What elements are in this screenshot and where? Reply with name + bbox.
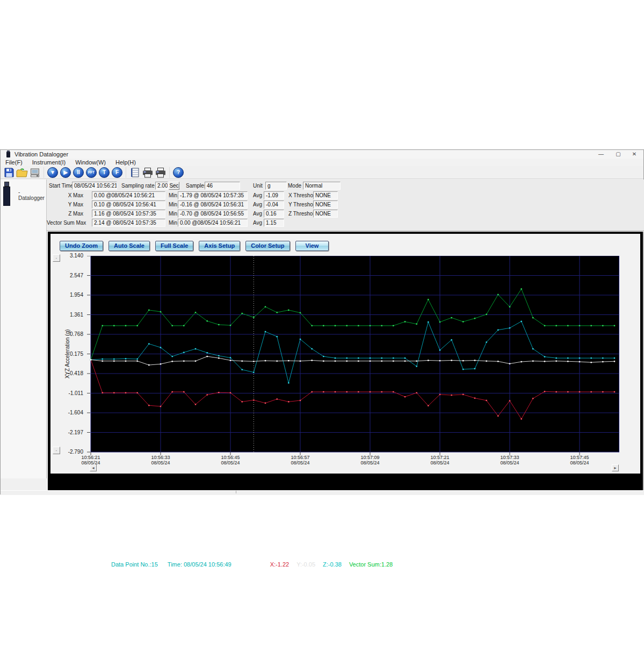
start-time-label: Start Time [49, 182, 74, 190]
mode-label: Mode [288, 182, 301, 190]
row-label: Z Max [47, 210, 83, 218]
info-panel: Start Time 08/05/24 10:56:21 Sampling ra… [47, 180, 644, 232]
print-icon[interactable] [141, 167, 154, 178]
min-value: 0.00 @08/05/24 10:56:21 [178, 219, 248, 227]
time-domain-icon[interactable]: T [99, 167, 110, 178]
max-value: 0.00 @08/05/24 10:56:21 [92, 191, 165, 199]
time-readout: Time: 08/05/24 10:56:49 [168, 561, 231, 568]
usb-device-icon[interactable] [3, 182, 10, 206]
y-tick-label: -1.604 [48, 410, 83, 415]
x-tick-label: 10:57:2108/05/24 [423, 455, 457, 465]
max-value: 2.14 @ 08/05/24 10:57:35 [92, 219, 165, 227]
x-tick-label: 10:56:2108/05/24 [74, 455, 108, 465]
y-tick-label: 1.954 [48, 292, 83, 298]
y-tick-label: -0.418 [48, 370, 83, 376]
device-tree-item[interactable]: -Datalogger [18, 189, 46, 201]
avg-label: Avg [253, 191, 262, 199]
y-tick-label: -2.197 [48, 429, 83, 435]
maximize-button[interactable]: ▢ [610, 150, 626, 158]
sampling-rate-label: Sampling rate [121, 182, 155, 190]
y-tick-label: 0.768 [48, 331, 83, 337]
data-list-icon[interactable] [128, 167, 141, 178]
sec-button[interactable]: Sec [169, 182, 179, 190]
print-report-icon[interactable] [154, 167, 167, 178]
min-label: Min [169, 219, 177, 227]
threshold-value: NONE [313, 210, 338, 218]
menu-instrument[interactable]: Instrument(I) [27, 159, 70, 166]
undo-zoom-button[interactable]: Undo Zoom [60, 241, 103, 251]
max-value: 1.16 @ 08/05/24 10:57:35 [92, 210, 165, 218]
y-tick-label: 0.175 [48, 351, 83, 357]
title-bar: Vibration Datalogger — ▢ ✕ [1, 150, 643, 159]
plot-area[interactable] [86, 256, 619, 456]
y-tick-label: 3.140 [48, 253, 83, 259]
avg-value: -1.09 [264, 191, 284, 199]
avg-value: 1.15 [264, 219, 284, 227]
samples-value: 46 [205, 182, 240, 190]
x-tick-label: 10:57:4508/05/24 [562, 455, 597, 465]
min-label: Min [169, 191, 177, 199]
unit-label: Unit [253, 182, 263, 190]
max-value: 0.10 @ 08/05/24 10:56:41 [92, 200, 165, 209]
close-button[interactable]: ✕ [626, 150, 642, 158]
row-label: Y Max [47, 200, 83, 209]
y-tick-label: 2.547 [48, 273, 83, 278]
samples-label: Samples [186, 182, 207, 190]
auto-scale-button[interactable]: Auto Scale [108, 241, 150, 251]
min-label: Min [169, 200, 177, 209]
avg-label: Avg [253, 210, 262, 218]
vector-sum-readout: Vector Sum:1.28 [349, 561, 393, 568]
x-tick-label: 10:56:5708/05/24 [283, 455, 317, 465]
data-point-readout: Data Point No.:15 [111, 561, 158, 568]
toolbar: ▼▶IIFFTTF? [1, 166, 643, 179]
start-time-value: 08/05/24 10:56:21 [72, 182, 117, 190]
y-tick-label: -2.790 [48, 449, 83, 455]
download-data-icon[interactable]: ▼ [47, 167, 58, 178]
x-tick-label: 10:57:3308/05/24 [493, 455, 527, 465]
save-icon[interactable] [3, 167, 16, 178]
min-value: -0.70 @ 08/05/24 10:56:55 [178, 210, 248, 218]
x-tick-label: 10:57:0908/05/24 [353, 455, 387, 465]
color-setup-button[interactable]: Color Setup [245, 241, 290, 251]
x-scroll-right-button[interactable]: ► [612, 464, 619, 471]
x-readout: X:-1.22 [270, 561, 289, 568]
open-icon[interactable] [16, 167, 28, 178]
avg-value: 0.16 [264, 210, 284, 218]
help-icon[interactable]: ? [173, 167, 184, 178]
sampling-rate-value: 2.00 [155, 182, 168, 190]
avg-label: Avg [253, 219, 262, 227]
fft-icon[interactable]: FFT [86, 167, 97, 178]
menu-help[interactable]: Help(H) [111, 159, 141, 166]
menu-file[interactable]: File(F) [1, 159, 27, 166]
axis-setup-button[interactable]: Axis Setup [199, 241, 240, 251]
row-label: X Max [47, 191, 83, 199]
pause-icon[interactable]: II [73, 167, 84, 178]
view-button[interactable]: View [295, 241, 329, 251]
menu-bar: File(F)Instrument(I)Window(W)Help(H) [1, 159, 643, 166]
page: Vibration Datalogger — ▢ ✕ File(F)Instru… [0, 0, 644, 645]
app-icon [6, 152, 10, 157]
device-tree: -Datalogger [1, 180, 47, 478]
z-readout: Z:-0.38 [323, 561, 342, 568]
x-tick-label: 10:56:4508/05/24 [213, 455, 248, 465]
min-value: -0.16 @ 08/05/24 10:56:31 [178, 200, 248, 209]
status-bar: Data Point No.:15Time: 08/05/24 10:56:49… [95, 556, 644, 572]
chart-panel: Undo ZoomAuto ScaleFull ScaleAxis SetupC… [50, 234, 640, 474]
window-title: Vibration Datalogger [15, 151, 68, 157]
y-readout: Y:-0.05 [296, 561, 315, 568]
minimize-button[interactable]: — [593, 150, 609, 158]
x-tick-label: 10:56:3308/05/24 [143, 455, 178, 465]
start-icon[interactable]: ▶ [60, 167, 71, 178]
unit-value: g [265, 182, 287, 190]
y-tick-label: -1.011 [48, 390, 83, 396]
menu-window[interactable]: Window(W) [70, 159, 111, 166]
horizontal-scrollbar[interactable] [1, 490, 644, 495]
full-scale-button[interactable]: Full Scale [155, 241, 193, 251]
avg-label: Avg [253, 200, 262, 209]
frequency-domain-icon[interactable]: F [112, 167, 122, 178]
app-window: Vibration Datalogger — ▢ ✕ File(F)Instru… [0, 149, 644, 494]
y-tick-label: 1.361 [48, 312, 83, 318]
save-device-data-icon[interactable] [28, 167, 41, 178]
min-label: Min [169, 210, 177, 218]
chart-button-row: Undo ZoomAuto ScaleFull ScaleAxis SetupC… [60, 241, 329, 251]
